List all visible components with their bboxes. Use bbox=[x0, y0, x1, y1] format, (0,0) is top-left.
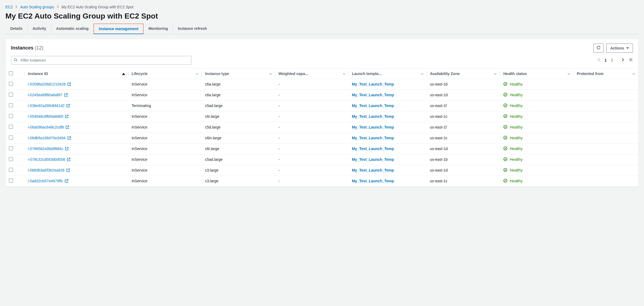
health-status: Healthy bbox=[503, 136, 570, 141]
external-link-icon[interactable] bbox=[65, 125, 69, 129]
tab-instance-mgmt[interactable]: Instance management bbox=[94, 24, 144, 34]
launch-template-link[interactable]: My_Test_Launch_Temp bbox=[352, 168, 394, 172]
tab-activity[interactable]: Activity bbox=[28, 24, 51, 34]
row-checkbox[interactable] bbox=[9, 146, 13, 150]
launch-template-link[interactable]: My_Test_Launch_Temp bbox=[352, 147, 394, 151]
table-row: i-0883b3a5f3b2ea926InServicec3.large-My_… bbox=[6, 165, 638, 176]
cell-protected-from bbox=[573, 133, 638, 143]
launch-template-link[interactable]: My_Test_Launch_Temp bbox=[352, 125, 394, 129]
external-link-icon[interactable] bbox=[67, 136, 71, 140]
status-ok-icon bbox=[503, 179, 508, 184]
status-ok-icon bbox=[503, 125, 508, 130]
settings-button[interactable] bbox=[629, 58, 633, 63]
instance-id-link[interactable]: i-06a096ac648c2cdf8 bbox=[28, 125, 64, 129]
column-header-launch_template[interactable]: Launch templa... bbox=[349, 68, 427, 79]
breadcrumb-asg[interactable]: Auto Scaling groups bbox=[20, 5, 54, 9]
cell-availability-zone: us-east-1d bbox=[427, 165, 500, 176]
refresh-button[interactable] bbox=[593, 44, 604, 53]
cell-weighted-capacity: - bbox=[275, 100, 349, 111]
actions-button[interactable]: Actions bbox=[606, 44, 633, 53]
page-1[interactable]: 1 bbox=[604, 58, 607, 62]
cell-availability-zone: us-east-1d bbox=[427, 143, 500, 154]
tab-auto-scaling[interactable]: Automatic scaling bbox=[51, 24, 94, 34]
instance-id-link[interactable]: i-0883b3a5f3b2ea926 bbox=[28, 168, 65, 172]
column-header-instance_type[interactable]: Instance type bbox=[202, 68, 275, 79]
breadcrumb-ec2[interactable]: EC2 bbox=[5, 5, 13, 9]
health-status: Healthy bbox=[503, 82, 570, 87]
filter-instances-input[interactable] bbox=[11, 56, 191, 65]
status-ok-icon bbox=[503, 103, 508, 108]
cell-weighted-capacity: - bbox=[275, 165, 349, 176]
breadcrumb: EC2 Auto Scaling groups My EC2 Auto Scal… bbox=[5, 5, 639, 9]
panel-title-text: Instances bbox=[11, 45, 33, 51]
launch-template-link[interactable]: My_Test_Launch_Temp bbox=[352, 136, 394, 140]
row-checkbox[interactable] bbox=[9, 82, 13, 86]
next-page-button[interactable] bbox=[622, 58, 624, 62]
launch-template-link[interactable]: My_Test_Launch_Temp bbox=[352, 104, 394, 108]
tab-monitoring[interactable]: Monitoring bbox=[144, 24, 173, 34]
instance-id-link[interactable]: i-02096a20b81210428 bbox=[28, 82, 66, 86]
cell-protected-from bbox=[573, 100, 638, 111]
launch-template-link[interactable]: My_Test_Launch_Temp bbox=[352, 179, 394, 183]
row-checkbox[interactable] bbox=[9, 103, 13, 107]
health-status: Healthy bbox=[503, 92, 570, 98]
refresh-icon bbox=[596, 45, 601, 51]
column-header-protected[interactable]: Protected from bbox=[573, 68, 638, 79]
external-link-icon[interactable] bbox=[66, 104, 70, 108]
launch-template-link[interactable]: My_Test_Launch_Temp bbox=[352, 157, 394, 162]
cell-weighted-capacity: - bbox=[275, 176, 349, 186]
instance-id-link[interactable]: i-036e92a3994bf41d2 bbox=[28, 104, 65, 108]
external-link-icon[interactable] bbox=[67, 158, 71, 161]
cell-lifecycle: InService bbox=[128, 79, 202, 90]
column-header-az[interactable]: Availability Zone bbox=[427, 68, 500, 79]
tab-instance-refresh[interactable]: Instance refresh bbox=[173, 24, 212, 34]
launch-template-link[interactable]: My_Test_Launch_Temp bbox=[352, 82, 394, 86]
cell-protected-from bbox=[573, 176, 638, 186]
table-row: i-0766582a9fa9f884cInServicec6i.large-My… bbox=[6, 143, 638, 154]
instance-id-link[interactable]: i-06db5a16b970e3484 bbox=[28, 136, 66, 140]
column-header-instance_id[interactable]: Instance ID bbox=[25, 68, 128, 79]
instance-id-link[interactable]: i-0a832cb57e4979ffc bbox=[28, 179, 63, 183]
instance-id-link[interactable]: i-0766582a9fa9f884c bbox=[28, 147, 64, 151]
page-2[interactable]: 2 bbox=[611, 58, 613, 62]
row-checkbox[interactable] bbox=[9, 157, 13, 161]
cell-availability-zone: us-east-1b bbox=[427, 154, 500, 165]
launch-template-link[interactable]: My_Test_Launch_Temp bbox=[352, 114, 394, 119]
panel-title: Instances (12) bbox=[11, 45, 43, 51]
external-link-icon[interactable] bbox=[65, 179, 68, 183]
health-status: Healthy bbox=[503, 179, 570, 184]
external-link-icon[interactable] bbox=[65, 115, 69, 118]
breadcrumb-current: My EC2 Auto Scaling Group with EC2 Spot bbox=[62, 5, 134, 9]
external-link-icon[interactable] bbox=[65, 147, 69, 151]
row-checkbox[interactable] bbox=[9, 136, 13, 140]
cell-lifecycle: Terminating bbox=[128, 100, 202, 111]
cell-instance-type: c5ad.large bbox=[202, 154, 275, 165]
column-header-weighted[interactable]: Weighted capa... bbox=[275, 68, 349, 79]
row-checkbox[interactable] bbox=[9, 168, 13, 172]
external-link-icon[interactable] bbox=[64, 93, 68, 97]
row-checkbox[interactable] bbox=[9, 114, 13, 118]
cell-instance-type: c3.large bbox=[202, 165, 275, 176]
sort-toggle-icon bbox=[494, 72, 497, 76]
cell-protected-from bbox=[573, 90, 638, 100]
column-header-lifecycle[interactable]: Lifecycle bbox=[128, 68, 202, 79]
external-link-icon[interactable] bbox=[67, 82, 71, 86]
row-checkbox[interactable] bbox=[9, 179, 13, 183]
status-ok-icon bbox=[503, 82, 508, 87]
launch-template-link[interactable]: My_Test_Launch_Temp bbox=[352, 93, 394, 97]
instance-id-link[interactable]: i-0245eafdf80a8af87 bbox=[28, 93, 62, 97]
prev-page-button[interactable] bbox=[597, 58, 600, 62]
panel-count: (12) bbox=[35, 45, 43, 51]
external-link-icon[interactable] bbox=[66, 168, 70, 172]
cell-instance-type: c6a.large bbox=[202, 90, 275, 100]
column-header-health[interactable]: Health status bbox=[500, 68, 573, 79]
select-all-checkbox[interactable] bbox=[9, 71, 13, 75]
row-checkbox[interactable] bbox=[9, 125, 13, 129]
instance-id-link[interactable]: i-054946c8fbf4a8d00 bbox=[28, 114, 64, 119]
tab-details[interactable]: Details bbox=[5, 24, 28, 34]
table-row: i-06db5a16b970e3484InServicec6in.large-M… bbox=[6, 133, 638, 143]
instance-id-link[interactable]: i-078c32cd593d0d556 bbox=[28, 157, 65, 162]
status-ok-icon bbox=[503, 136, 508, 141]
row-checkbox[interactable] bbox=[9, 92, 13, 97]
cell-weighted-capacity: - bbox=[275, 122, 349, 133]
